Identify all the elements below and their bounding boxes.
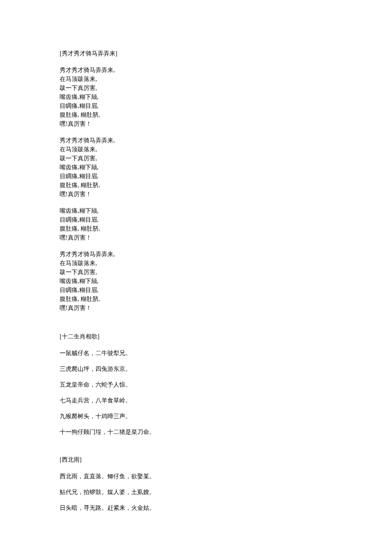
lyric-line: 腹肚痛, 糊肚脐, xyxy=(60,295,332,304)
lyric-line: 目睭痛,糊目眉, xyxy=(60,286,332,295)
lyric-line: 日头暗，寻无路。赶紧来，火金姑。 xyxy=(60,503,332,512)
stanza: 秀才秀才骑马弄弄来, 在马顶跋落来, 跋一下真厉害, 嘴齿痛,糊下颏, 目睭痛,… xyxy=(60,66,332,128)
stanza: 秀才秀才骑马弄弄来, 在马顶跋落来, 跋一下真厉害, 嘴齿痛,糊下颏, 目睭痛,… xyxy=(60,250,332,312)
lyric-line: 嘿!真厉害！ xyxy=(60,304,332,312)
lyric-line: 跋一下真厉害, xyxy=(60,84,332,92)
stanza: 嘴齿痛,糊下颏, 目睭痛,糊目眉, 腹肚痛, 糊肚脐, 嘿!真厉害！ xyxy=(60,206,332,242)
lyric-line: 嘿!真厉害！ xyxy=(60,190,332,199)
lyric-line: 在马顶跋落来, xyxy=(60,75,332,84)
lyric-line: 目睭痛,糊目眉, xyxy=(60,101,332,110)
stanza: 秀才秀才骑马弄弄来, 在马顶跋落来, 跋一下真厉害, 嘴齿痛,糊下颏, 目睭痛,… xyxy=(60,136,332,199)
lyric-line: 十一狗仔顾门埕，十二猪是菜刀命。 xyxy=(60,428,332,436)
lyric-line: 腹肚痛, 糊肚脐, xyxy=(60,224,332,233)
lyric-line: 秀才秀才骑马弄弄来, xyxy=(60,66,332,75)
song-title: [十二生肖相歌] xyxy=(60,332,332,341)
lyric-line: 嘿!真厉害！ xyxy=(60,233,332,242)
lyric-line: 西北雨，直直落。鲫仔鱼，欲娶某。 xyxy=(60,472,332,481)
lyric-line: 一鼠贼仔名，二牛驶犁兄。 xyxy=(60,349,332,358)
lyric-line: 跋一下真厉害, xyxy=(60,268,332,277)
lyric-line: 目睭痛,糊目眉, xyxy=(60,172,332,181)
lyric-line: 跋一下真厉害, xyxy=(60,154,332,163)
lyric-line: 目睭痛,糊目眉, xyxy=(60,215,332,224)
section-spacer xyxy=(60,320,332,332)
lyric-line: 在马顶跋落来, xyxy=(60,259,332,268)
lyric-line: 三虎爬山坪，四兔游东京。 xyxy=(60,364,332,373)
song-title: [秀才秀才骑马弄弄来] xyxy=(60,49,332,58)
lyric-line: 腹肚痛, 糊肚脐, xyxy=(60,181,332,190)
section-spacer xyxy=(60,443,332,455)
lyric-line: 七马走兵营，八羊食草岭。 xyxy=(60,396,332,405)
lyric-line: 秀才秀才骑马弄弄来, xyxy=(60,136,332,145)
lyric-line: 嘿!真厉害！ xyxy=(60,119,332,128)
lyric-line: 嘴齿痛,糊下颏, xyxy=(60,277,332,286)
lyric-line: 嘴齿痛,糊下颏, xyxy=(60,163,332,172)
lyric-line: 在马顶跋落来, xyxy=(60,145,332,154)
lyric-line: 五龙皇帝命，六蛇予人惊。 xyxy=(60,380,332,389)
lyric-line: 九猴爬树头，十鸡啼三声。 xyxy=(60,412,332,421)
song-title: [西北雨] xyxy=(60,455,332,464)
lyric-line: 鮕代兄，拍锣鼓。媒人婆，土虱嫂。 xyxy=(60,488,332,497)
lyric-line: 嘴齿痛,糊下颏, xyxy=(60,206,332,215)
lyric-line: 秀才秀才骑马弄弄来, xyxy=(60,250,332,259)
lyric-line: 嘴齿痛,糊下颏, xyxy=(60,92,332,101)
lyric-line: 腹肚痛, 糊肚脐, xyxy=(60,110,332,119)
document-page: [秀才秀才骑马弄弄来] 秀才秀才骑马弄弄来, 在马顶跋落来, 跋一下真厉害, 嘴… xyxy=(0,0,392,555)
